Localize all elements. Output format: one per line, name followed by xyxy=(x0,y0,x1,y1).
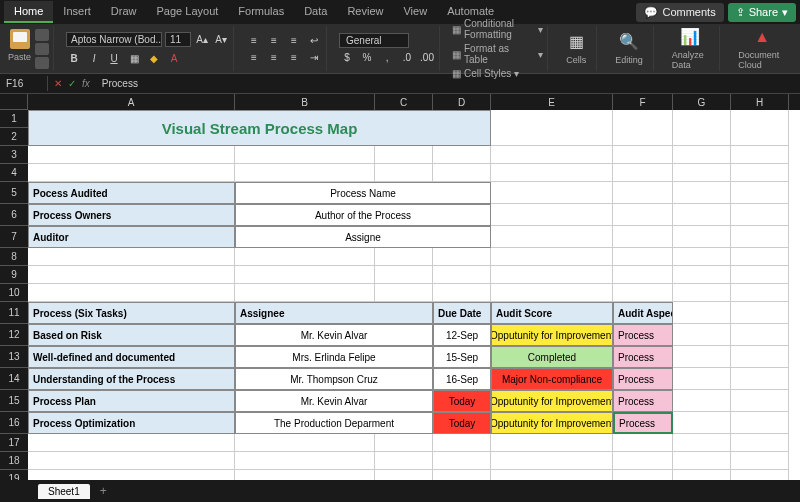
task-cell[interactable]: Understanding of the Process xyxy=(28,368,235,390)
due-cell[interactable]: 15-Sep xyxy=(433,346,491,368)
tab-insert[interactable]: Insert xyxy=(53,1,101,23)
info-label[interactable]: Auditor xyxy=(28,226,235,248)
format-as-table-button[interactable]: ▦Format as Table ▾ xyxy=(452,42,543,66)
tab-home[interactable]: Home xyxy=(4,1,53,23)
align-center-icon[interactable]: ≡ xyxy=(266,50,282,64)
col-header-A[interactable]: A xyxy=(28,94,235,110)
row-header-6[interactable]: 6 xyxy=(0,204,28,226)
assignee-cell[interactable]: Mr. Kevin Alvar xyxy=(235,390,433,412)
col-header-G[interactable]: G xyxy=(673,94,731,110)
th-assignee[interactable]: Assignee xyxy=(235,302,433,324)
row-header-19[interactable]: 19 xyxy=(0,470,28,480)
tab-data[interactable]: Data xyxy=(294,1,337,23)
score-cell[interactable]: Opputunity for Improvement xyxy=(491,390,613,412)
increase-decimal-icon[interactable]: .00 xyxy=(419,51,435,65)
tab-formulas[interactable]: Formulas xyxy=(228,1,294,23)
comma-icon[interactable]: , xyxy=(379,51,395,65)
due-cell[interactable]: 12-Sep xyxy=(433,324,491,346)
align-top-icon[interactable]: ≡ xyxy=(246,33,262,47)
fx-icon[interactable]: fx xyxy=(82,78,90,89)
row-header-3[interactable]: 3 xyxy=(0,146,28,164)
font-name-select[interactable]: Aptos Narrow (Bod... xyxy=(66,32,162,47)
increase-font-icon[interactable]: A▴ xyxy=(194,32,210,46)
tab-page-layout[interactable]: Page Layout xyxy=(147,1,229,23)
tab-draw[interactable]: Draw xyxy=(101,1,147,23)
due-cell[interactable]: Today xyxy=(433,390,491,412)
row-header-2[interactable]: 2 xyxy=(0,128,28,146)
col-header-H[interactable]: H xyxy=(731,94,789,110)
row-header-9[interactable]: 9 xyxy=(0,266,28,284)
row-header-18[interactable]: 18 xyxy=(0,452,28,470)
fill-color-button[interactable]: ◆ xyxy=(146,52,162,66)
wrap-text-icon[interactable]: ↩ xyxy=(306,33,322,47)
aspect-cell[interactable]: Process xyxy=(613,412,673,434)
row-header-16[interactable]: 16 xyxy=(0,412,28,434)
due-cell[interactable]: 16-Sep xyxy=(433,368,491,390)
align-left-icon[interactable]: ≡ xyxy=(246,50,262,64)
conditional-formatting-button[interactable]: ▦Conditional Formatting ▾ xyxy=(452,17,543,41)
info-value[interactable]: Process Name xyxy=(235,182,491,204)
percent-icon[interactable]: % xyxy=(359,51,375,65)
sheet-tab[interactable]: Sheet1 xyxy=(38,484,90,499)
col-header-E[interactable]: E xyxy=(491,94,613,110)
tab-view[interactable]: View xyxy=(393,1,437,23)
aspect-cell[interactable]: Process xyxy=(613,368,673,390)
bold-button[interactable]: B xyxy=(66,52,82,66)
assignee-cell[interactable]: Mrs. Erlinda Felipe xyxy=(235,346,433,368)
row-header-13[interactable]: 13 xyxy=(0,346,28,368)
info-label[interactable]: Process Owners xyxy=(28,204,235,226)
add-sheet-button[interactable]: + xyxy=(92,482,115,500)
assignee-cell[interactable]: Mr. Kevin Alvar xyxy=(235,324,433,346)
underline-button[interactable]: U xyxy=(106,52,122,66)
paste-button[interactable]: Paste xyxy=(8,29,31,62)
col-header-C[interactable]: C xyxy=(375,94,433,110)
row-header-8[interactable]: 8 xyxy=(0,248,28,266)
row-header-14[interactable]: 14 xyxy=(0,368,28,390)
share-button[interactable]: ⇪Share▾ xyxy=(728,3,796,22)
task-cell[interactable]: Well-defined and documented xyxy=(28,346,235,368)
italic-button[interactable]: I xyxy=(86,52,102,66)
decrease-font-icon[interactable]: A▾ xyxy=(213,32,229,46)
row-header-11[interactable]: 11 xyxy=(0,302,28,324)
cut-icon[interactable] xyxy=(35,29,49,41)
th-score[interactable]: Audit Score xyxy=(491,302,613,324)
row-header-4[interactable]: 4 xyxy=(0,164,28,182)
row-header-12[interactable]: 12 xyxy=(0,324,28,346)
aspect-cell[interactable]: Process xyxy=(613,390,673,412)
currency-icon[interactable]: $ xyxy=(339,51,355,65)
task-cell[interactable]: Based on Risk xyxy=(28,324,235,346)
th-task[interactable]: Process (Six Tasks) xyxy=(28,302,235,324)
col-header-B[interactable]: B xyxy=(235,94,375,110)
tab-review[interactable]: Review xyxy=(337,1,393,23)
name-box[interactable]: F16 xyxy=(0,76,48,91)
row-header-17[interactable]: 17 xyxy=(0,434,28,452)
enter-icon[interactable]: ✓ xyxy=(68,78,76,89)
copy-icon[interactable] xyxy=(35,43,49,55)
th-aspect[interactable]: Audit Aspect xyxy=(613,302,673,324)
border-button[interactable]: ▦ xyxy=(126,52,142,66)
col-header-D[interactable]: D xyxy=(433,94,491,110)
task-cell[interactable]: Process Plan xyxy=(28,390,235,412)
spreadsheet-grid[interactable]: ABCDEFGH 1234567891011121314151617181920… xyxy=(0,94,800,480)
score-cell[interactable]: Completed xyxy=(491,346,613,368)
format-painter-icon[interactable] xyxy=(35,57,49,69)
cancel-icon[interactable]: ✕ xyxy=(54,78,62,89)
info-label[interactable]: Pocess Audited xyxy=(28,182,235,204)
col-header-F[interactable]: F xyxy=(613,94,673,110)
row-header-7[interactable]: 7 xyxy=(0,226,28,248)
row-header-10[interactable]: 10 xyxy=(0,284,28,302)
assignee-cell[interactable]: Mr. Thompson Cruz xyxy=(235,368,433,390)
align-middle-icon[interactable]: ≡ xyxy=(266,33,282,47)
select-all-corner[interactable] xyxy=(0,94,28,110)
th-due[interactable]: Due Date xyxy=(433,302,491,324)
comments-button[interactable]: 💬Comments xyxy=(636,3,723,22)
aspect-cell[interactable]: Process xyxy=(613,324,673,346)
row-header-1[interactable]: 1 xyxy=(0,110,28,128)
row-header-15[interactable]: 15 xyxy=(0,390,28,412)
task-cell[interactable]: Process Optimization xyxy=(28,412,235,434)
info-value[interactable]: Assigne xyxy=(235,226,491,248)
assignee-cell[interactable]: The Production Deparment xyxy=(235,412,433,434)
font-color-button[interactable]: A xyxy=(166,52,182,66)
score-cell[interactable]: Major Non-compliance xyxy=(491,368,613,390)
merge-icon[interactable]: ⇥ xyxy=(306,50,322,64)
